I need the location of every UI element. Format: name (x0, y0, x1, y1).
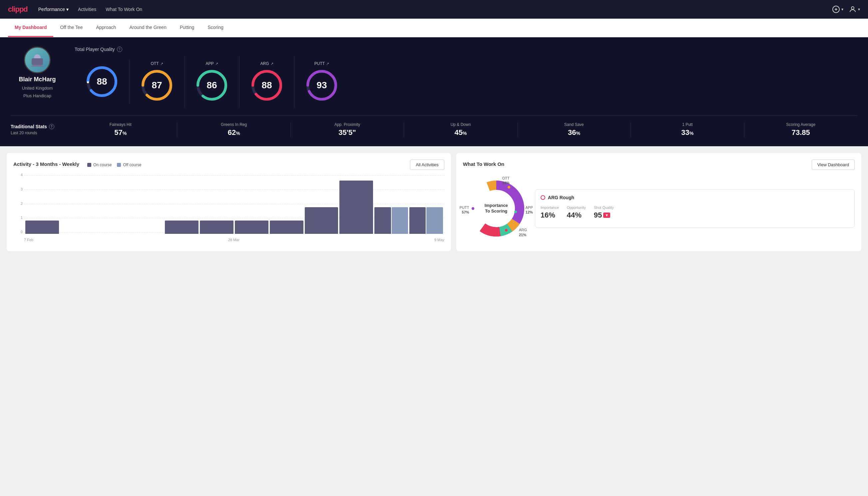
nav-activities[interactable]: Activities (78, 7, 96, 12)
tab-around-the-green[interactable]: Around the Green (123, 19, 173, 37)
score-arg-value: 88 (262, 80, 272, 91)
bar-oncourse-10 (374, 207, 391, 234)
importance-value: 16% (541, 211, 559, 219)
chevron-down-icon: ▾ (841, 7, 843, 12)
stat-scoring-value: 73.85 (792, 128, 810, 137)
stat-scoring-label: Scoring Average (786, 122, 815, 127)
ring-putt: 93 (305, 68, 338, 102)
ott-arrow-icon: ↗ (160, 62, 163, 66)
workon-header: What To Work On View Dashboard (463, 159, 855, 170)
detail-shot-quality: Shot Quality 95 ▼ (594, 205, 614, 219)
bar-oncourse-0 (25, 220, 59, 234)
stats-label: Traditional Stats ? (11, 124, 56, 129)
nav-performance[interactable]: Performance ▾ (38, 7, 68, 12)
ring-total: 88 (85, 65, 119, 98)
chart-area: 4 3 2 1 0 7 Feb 28 Mar 9 May (13, 175, 444, 242)
chart-legend: On course Off course (87, 162, 142, 167)
x-labels: 7 Feb 28 Mar 9 May (24, 238, 444, 242)
stat-fairways-hit-value: 57% (114, 128, 127, 137)
score-card-arg: ARG ↗ 88 (239, 56, 295, 107)
stat-ud-label: Up & Down (451, 122, 471, 127)
chevron-down-icon: ▾ (66, 7, 68, 12)
workon-panel: What To Work On View Dashboard (456, 153, 861, 251)
svg-rect-5 (32, 58, 43, 65)
logo[interactable]: clippd (8, 5, 28, 14)
activity-title: Activity - 3 Months - Weekly (13, 161, 79, 167)
hero-section: Blair McHarg United Kingdom Plus Handica… (0, 37, 868, 146)
bar-group-4 (165, 220, 199, 234)
view-dashboard-button[interactable]: View Dashboard (812, 159, 855, 170)
stat-app-prox-value: 35'5" (338, 128, 356, 137)
tab-approach[interactable]: Approach (89, 19, 123, 37)
nav-right: ▾ ▾ (832, 5, 860, 13)
ring-arg: 88 (250, 68, 283, 102)
score-app-value: 86 (206, 80, 217, 91)
score-card-app: APP ↗ 86 (185, 56, 239, 107)
stat-fairways-hit: Fairways Hit 57% (64, 122, 177, 137)
stat-greens-value: 62% (228, 128, 240, 137)
player-name: Blair McHarg (19, 76, 56, 83)
stat-up-and-down: Up & Down 45% (404, 122, 517, 137)
top-nav: clippd Performance ▾ Activities What To … (0, 0, 868, 19)
workon-detail-card: ARG Rough Importance 16% Opportunity 44%… (535, 189, 855, 228)
shot-quality-badge: ▼ (603, 213, 610, 218)
tab-off-the-tee[interactable]: Off the Tee (53, 19, 89, 37)
activity-panel: Activity - 3 Months - Weekly On course O… (7, 153, 451, 251)
app-arrow-icon: ↗ (215, 62, 218, 66)
avatar (24, 47, 51, 73)
legend-offcourse: Off course (117, 162, 141, 167)
donut-label-arg: ARG 21% (519, 228, 527, 237)
stat-sand-save: Sand Save 36% (518, 122, 631, 137)
opportunity-label: Opportunity (567, 205, 586, 210)
bars-container (24, 175, 444, 234)
bar-group-7 (270, 220, 303, 234)
donut-label-ott: OTT 10% (502, 176, 510, 186)
offcourse-dot (117, 163, 121, 167)
score-card-total: 88 (75, 60, 129, 104)
player-country: United Kingdom (22, 86, 53, 91)
tab-my-dashboard[interactable]: My Dashboard (8, 19, 53, 37)
x-label-may: 9 May (434, 238, 444, 242)
svg-point-15 (251, 84, 254, 87)
score-ott-value: 87 (152, 80, 162, 91)
nav-what-to-work-on[interactable]: What To Work On (106, 7, 142, 12)
donut-label-putt: PUTT 57% (460, 205, 469, 215)
score-label-putt: PUTT ↗ (314, 61, 329, 66)
putt-arrow-icon: ↗ (326, 62, 329, 66)
tab-putting[interactable]: Putting (173, 19, 201, 37)
bar-group-5 (200, 220, 234, 234)
stats-label-section: Traditional Stats ? Last 20 rounds (11, 124, 64, 135)
bar-oncourse-4 (165, 220, 199, 234)
ring-ott: 87 (140, 68, 174, 102)
bar-group-9 (340, 181, 373, 234)
bar-oncourse-7 (270, 220, 303, 234)
arg-arrow-icon: ↗ (270, 62, 273, 66)
bar-group-11 (409, 207, 443, 234)
ring-app: 86 (195, 68, 228, 102)
all-activities-button[interactable]: All Activities (410, 159, 444, 170)
oncourse-dot (87, 163, 91, 167)
stat-greens-label: Greens In Reg (221, 122, 247, 127)
score-label-arg: ARG ↗ (260, 61, 273, 66)
stat-greens-in-reg: Greens In Reg 62% (177, 122, 290, 137)
shot-quality-label: Shot Quality (594, 205, 614, 210)
stat-ud-value: 45% (455, 128, 467, 137)
detail-importance: Importance 16% (541, 205, 559, 219)
activity-header: Activity - 3 Months - Weekly On course O… (13, 159, 444, 170)
bar-oncourse-8 (305, 207, 338, 234)
detail-metrics: Importance 16% Opportunity 44% Shot Qual… (541, 205, 849, 219)
stats-sublabel: Last 20 rounds (11, 130, 56, 135)
stat-sand-value: 36% (568, 128, 580, 137)
bar-offcourse-11 (426, 207, 443, 234)
x-label-mar: 28 Mar (228, 238, 239, 242)
chevron-down-icon: ▾ (858, 7, 860, 12)
tab-scoring[interactable]: Scoring (201, 19, 230, 37)
tpq-help-icon[interactable]: ? (117, 47, 122, 52)
nav-links: Performance ▾ Activities What To Work On (38, 7, 821, 12)
stat-sand-label: Sand Save (564, 122, 584, 127)
user-menu-button[interactable]: ▾ (849, 5, 860, 13)
stats-help-icon[interactable]: ? (49, 124, 54, 129)
bar-group-0 (25, 220, 59, 234)
add-button[interactable]: ▾ (832, 5, 843, 13)
score-label-app: APP ↗ (206, 61, 218, 66)
